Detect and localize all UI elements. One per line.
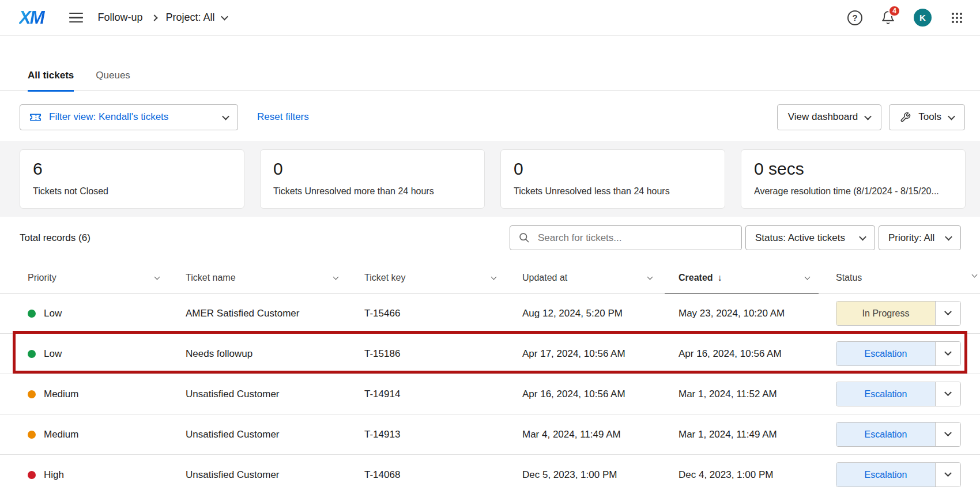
ticket-name: Needs followup — [186, 348, 364, 360]
breadcrumb: Follow-up Project: All — [98, 12, 227, 24]
search-icon — [518, 232, 530, 244]
view-dashboard-button[interactable]: View dashboard — [777, 104, 882, 130]
priority-dot — [28, 431, 36, 439]
status-badge: Escalation — [836, 342, 935, 365]
updated-at: Aug 12, 2024, 5:20 PM — [522, 308, 679, 319]
tabs-bar: All tickets Queues — [0, 36, 980, 91]
updated-at: Apr 16, 2024, 10:56 AM — [522, 389, 679, 400]
created-at: Mar 1, 2024, 11:49 AM — [679, 429, 836, 440]
chevron-down-icon[interactable] — [491, 274, 497, 280]
priority-label: Medium — [44, 429, 78, 440]
breadcrumb-project-label: Project: All — [166, 12, 215, 24]
chevron-down-icon[interactable] — [154, 274, 160, 280]
search-box[interactable] — [510, 225, 742, 250]
priority-dot — [28, 471, 36, 479]
stat-value: 0 — [514, 159, 712, 179]
table-row[interactable]: Low AMER Satisfied Customer T-15466 Aug … — [0, 293, 980, 334]
status-select[interactable]: Escalation — [836, 422, 961, 447]
updated-at: Dec 5, 2023, 1:00 PM — [522, 469, 679, 481]
tab-all-tickets[interactable]: All tickets — [28, 70, 74, 92]
ticket-name: Unsatisfied Customer — [186, 429, 364, 440]
help-icon[interactable]: ? — [847, 10, 862, 25]
chevron-down-icon — [864, 112, 872, 120]
chevron-down-icon — [222, 112, 229, 120]
chevron-down-icon[interactable] — [805, 274, 811, 280]
ticket-key: T-15466 — [364, 308, 522, 319]
column-header-created[interactable]: Created ↓ — [679, 273, 836, 283]
chevron-down-icon[interactable] — [333, 274, 339, 280]
avatar[interactable]: K — [914, 9, 932, 27]
hamburger-menu-icon[interactable] — [68, 10, 84, 25]
ticket-key: T-14068 — [364, 469, 522, 481]
stats-strip: 6 Tickets not Closed 0 Tickets Unresolve… — [0, 141, 980, 217]
ticket-key: T-14914 — [364, 389, 522, 400]
apps-grid-icon[interactable] — [950, 11, 964, 25]
chevron-down-icon[interactable] — [935, 382, 960, 406]
table-row[interactable]: Low Needs followup T-15186 Apr 17, 2024,… — [0, 334, 980, 374]
top-bar: XM Follow-up Project: All ? 4 K — [0, 0, 980, 36]
table-row[interactable]: High Unsatisfied Customer T-14068 Dec 5,… — [0, 455, 980, 490]
stat-card-avg-resolution-time: 0 secs Average resolution time (8/1/2024… — [741, 149, 966, 209]
status-select[interactable]: In Progress — [836, 301, 961, 326]
chevron-down-icon[interactable] — [935, 301, 960, 325]
status-select[interactable]: Escalation — [836, 462, 961, 487]
priority-label: Low — [44, 308, 62, 319]
reset-filters-link[interactable]: Reset filters — [257, 111, 309, 123]
sort-descending-icon: ↓ — [718, 273, 722, 283]
topbar-actions: ? 4 K — [847, 9, 964, 27]
priority-dot — [28, 310, 36, 318]
status-filter-dropdown[interactable]: Status: Active tickets — [745, 225, 875, 250]
created-at: Apr 16, 2024, 10:56 AM — [679, 348, 836, 360]
chevron-down-icon — [859, 233, 866, 241]
status-select[interactable]: Escalation — [836, 341, 961, 366]
priority-cell: Medium — [28, 429, 186, 440]
chevron-down-icon[interactable] — [935, 463, 960, 487]
priority-label: Low — [44, 348, 62, 360]
column-header-updated-at[interactable]: Updated at — [522, 273, 679, 283]
filter-view-label: Filter view: Kendall's tickets — [49, 111, 168, 123]
chevron-right-icon — [151, 14, 157, 21]
column-header-ticket-key[interactable]: Ticket key — [364, 273, 522, 283]
chevron-down-icon[interactable] — [935, 342, 960, 365]
stat-value: 0 — [273, 159, 472, 179]
stat-card-unresolved-more-24h: 0 Tickets Unresolved more than 24 hours — [260, 149, 485, 209]
column-header-ticket-name[interactable]: Ticket name — [186, 273, 364, 283]
priority-dot — [28, 390, 36, 398]
chevron-down-icon[interactable] — [647, 274, 653, 280]
ticket-name: Unsatisfied Customer — [186, 469, 364, 481]
breadcrumb-section[interactable]: Follow-up — [98, 12, 143, 24]
chevron-down-icon[interactable] — [935, 423, 960, 446]
total-records-label: Total records (6) — [20, 232, 91, 244]
ticket-name: AMER Satisfied Customer — [186, 308, 364, 319]
stat-label: Tickets Unresolved less than 24 hours — [514, 186, 712, 197]
created-at: May 23, 2024, 10:20 AM — [679, 308, 836, 319]
xm-logo[interactable]: XM — [19, 7, 46, 28]
table-row[interactable]: Medium Unsatisfied Customer T-14914 Apr … — [0, 374, 980, 414]
notification-badge: 4 — [888, 5, 900, 17]
table-row[interactable]: Medium Unsatisfied Customer T-14913 Mar … — [0, 414, 980, 455]
column-header-priority[interactable]: Priority — [28, 273, 186, 283]
stat-value: 0 secs — [754, 159, 952, 179]
status-select[interactable]: Escalation — [836, 382, 961, 406]
status-badge: Escalation — [836, 423, 935, 446]
priority-filter-dropdown[interactable]: Priority: All — [879, 225, 961, 250]
notifications-button[interactable]: 4 — [881, 10, 895, 25]
table-header: Priority Ticket name Ticket key Updated … — [0, 263, 980, 293]
ticket-key: T-15186 — [364, 348, 522, 360]
breadcrumb-project-dropdown[interactable]: Project: All — [166, 12, 227, 24]
stat-label: Average resolution time (8/1/2024 - 8/15… — [754, 186, 952, 197]
filter-bar: Filter view: Kendall's tickets Reset fil… — [20, 104, 965, 130]
search-input[interactable] — [537, 232, 733, 244]
stat-card-unresolved-less-24h: 0 Tickets Unresolved less than 24 hours — [500, 149, 725, 209]
priority-cell: Low — [28, 308, 186, 319]
created-at: Mar 1, 2024, 11:52 AM — [679, 389, 836, 400]
filter-view-dropdown[interactable]: Filter view: Kendall's tickets — [20, 104, 238, 130]
table-controls: Total records (6) Status: Active tickets… — [20, 225, 961, 250]
tab-queues[interactable]: Queues — [96, 70, 130, 92]
chevron-down-icon — [221, 13, 228, 21]
priority-dot — [28, 350, 36, 358]
tools-button[interactable]: Tools — [889, 104, 965, 130]
table-body: Low AMER Satisfied Customer T-15466 Aug … — [0, 293, 980, 490]
chevron-down-icon — [948, 112, 955, 120]
column-header-status[interactable]: Status — [836, 273, 968, 283]
